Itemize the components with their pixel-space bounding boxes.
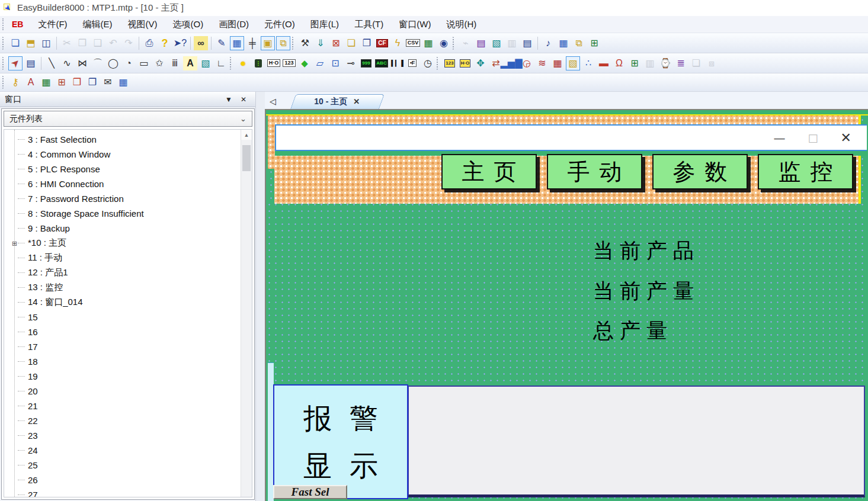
tree-item[interactable]: 25	[4, 458, 240, 473]
close-icon[interactable]: ✕	[841, 130, 851, 145]
direct-window-icon[interactable]: ▱	[313, 56, 327, 70]
sound-library-icon[interactable]: ♪	[541, 36, 555, 50]
grid-icon[interactable]: ▦	[230, 36, 244, 50]
design-top-strip[interactable]	[266, 110, 868, 115]
find-address-icon[interactable]: ∞	[194, 36, 208, 50]
design-nav-button[interactable]: 参数	[652, 154, 748, 190]
toolbar-icon[interactable]	[437, 57, 440, 70]
design-nav-button[interactable]: 手动	[547, 154, 642, 190]
quick-edit-icon[interactable]: ϟ	[390, 36, 405, 50]
ascii-display-icon[interactable]: ABC	[374, 56, 389, 70]
menu-item[interactable]: 说明(H)	[438, 17, 484, 32]
open-file-icon[interactable]: ⬒	[24, 36, 38, 50]
toolbar-icon[interactable]	[41, 57, 41, 70]
export-window-icon[interactable]: ❏	[344, 36, 358, 50]
multi-state-lamp-icon[interactable]: ⁝	[251, 56, 265, 70]
corner-icon[interactable]: ∟	[214, 56, 228, 70]
data-sampling-icon[interactable]: ≣	[674, 56, 688, 70]
windows-overlap-icon[interactable]: ⧉	[276, 36, 290, 50]
tree-expander-icon[interactable]: ⊞	[11, 240, 18, 246]
tree-item[interactable]: 12 : 产品1	[4, 265, 240, 280]
pie-icon[interactable]: ◔	[121, 56, 136, 70]
menu-item[interactable]: 窗口(W)	[391, 17, 438, 32]
tree-item[interactable]: 22	[4, 413, 240, 428]
alarm-display-area[interactable]	[408, 386, 865, 497]
undo-icon[interactable]: ↶	[106, 36, 120, 50]
bezier-icon[interactable]: ∿	[60, 56, 74, 70]
tree-item[interactable]: 14 : 窗口_014	[4, 295, 240, 310]
tree-item[interactable]: 6 : HMI Connection	[4, 176, 240, 191]
trend-display-icon[interactable]: ≋	[535, 56, 549, 70]
meter-display-icon[interactable]: ◶	[520, 56, 534, 70]
tree-item[interactable]: 4 : Common Window	[4, 147, 240, 162]
timer-icon[interactable]: ◷	[421, 56, 435, 70]
text-template-icon[interactable]: A	[24, 75, 38, 89]
history-chart-icon[interactable]: ▥	[643, 56, 657, 70]
alarm-bell-icon[interactable]: Ω	[612, 56, 626, 70]
data-table-icon[interactable]: ▦	[421, 36, 435, 50]
copy-icon[interactable]: ❐	[75, 36, 89, 50]
picture-manager-icon[interactable]: ▧	[489, 36, 504, 50]
tree-item[interactable]: 9 : Backup	[4, 221, 240, 236]
panel-close-icon[interactable]: ✕	[236, 95, 251, 104]
extended-function-icon[interactable]: ▪F	[405, 56, 419, 70]
menu-item[interactable]: 画图(D)	[211, 17, 257, 32]
toolbar-icon[interactable]	[2, 57, 5, 70]
function-key-icon[interactable]: ◆	[297, 56, 312, 70]
usb-download-icon[interactable]: ⌁	[459, 36, 473, 50]
redo-icon[interactable]: ↷	[121, 36, 136, 50]
design-text-label[interactable]: 当前产量	[593, 277, 700, 305]
alarm-panel[interactable]: 报警 显示	[273, 384, 408, 499]
menu-item[interactable]: 工具(T)	[347, 17, 391, 32]
context-help-icon[interactable]: ➤?	[173, 36, 187, 50]
tab-close-icon[interactable]: ✕	[353, 97, 360, 106]
address-book-icon[interactable]: ▤	[474, 36, 488, 50]
tree-item[interactable]: 17	[4, 339, 240, 354]
minimize-icon[interactable]: —	[774, 131, 786, 145]
toolbar-icon[interactable]	[453, 37, 456, 50]
window-finder-icon[interactable]: ◉	[437, 36, 451, 50]
tree-item[interactable]: 18	[4, 354, 240, 369]
scale-icon[interactable]: ⅲ	[168, 56, 182, 70]
offline-simulation-icon[interactable]: ⊠	[329, 36, 343, 50]
toolbar-icon[interactable]	[139, 37, 139, 50]
snap-to-grid-icon[interactable]: ╪	[245, 36, 260, 50]
csv-icon[interactable]: CSV	[406, 36, 420, 50]
menu-item[interactable]: 图库(L)	[303, 17, 347, 32]
tree-item[interactable]: 11 : 手动	[4, 250, 240, 265]
design-text-label[interactable]: 当前产品	[593, 237, 700, 265]
menu-grip[interactable]	[2, 18, 7, 30]
properties-icon[interactable]: ▤	[24, 56, 38, 70]
user-password-icon[interactable]: ⚷	[8, 75, 23, 89]
panel-collapse-icon[interactable]: ▼	[221, 95, 236, 104]
move-shape-icon[interactable]: ✥	[473, 56, 488, 70]
maximize-icon[interactable]: □	[808, 131, 818, 144]
paste-icon[interactable]: ❑	[91, 36, 105, 50]
help-icon[interactable]: ?	[158, 36, 172, 50]
calendar-icon[interactable]: ▦	[116, 75, 130, 89]
string-table-icon[interactable]: ⊞	[587, 36, 601, 50]
toolbar-icon[interactable]	[190, 37, 191, 50]
toolbar-icon[interactable]	[2, 76, 5, 89]
window-view-icon[interactable]: ▣	[261, 36, 275, 50]
event-display-icon[interactable]: ⊞	[627, 56, 642, 70]
tree-item[interactable]: 13 : 监控	[4, 280, 240, 295]
shape-manager-icon[interactable]: ▥	[505, 36, 519, 50]
cf-card-icon[interactable]: CF	[375, 36, 389, 50]
design-text-label[interactable]: 总产量	[593, 317, 673, 345]
macro-icon[interactable]: ▦	[556, 36, 571, 50]
tab-scroll-left-icon[interactable]: ◁	[270, 97, 276, 106]
fast-sel-button[interactable]: Fast Sel	[273, 485, 347, 499]
set-word-display-icon[interactable]: H·O	[458, 56, 472, 70]
toolbar-icon[interactable]	[56, 37, 57, 50]
tree-item[interactable]: 16	[4, 325, 240, 339]
tree-item[interactable]: 19	[4, 369, 240, 384]
menu-item[interactable]: 元件(O)	[257, 17, 303, 32]
menu-item[interactable]: 视图(V)	[120, 17, 165, 32]
barcode-icon[interactable]: ▍▎▐	[390, 56, 404, 70]
multi-state-switch-icon[interactable]: 123	[282, 56, 296, 70]
indirect-window-icon[interactable]: ⊡	[328, 56, 342, 70]
toggle-switch-icon[interactable]: H·O	[267, 56, 281, 70]
set-value-display-icon[interactable]: 123	[443, 56, 457, 70]
menu-item[interactable]: 选项(O)	[165, 17, 212, 32]
